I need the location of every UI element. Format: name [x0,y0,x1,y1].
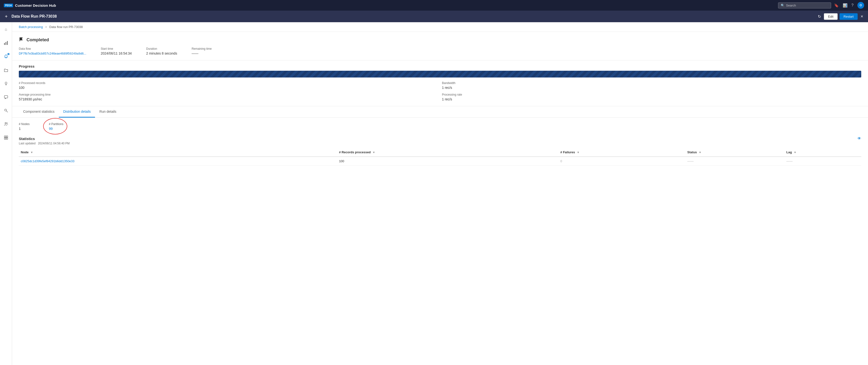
eye-icon[interactable]: 👁 [858,136,861,141]
sort-icon-records[interactable]: ▼ [373,151,375,154]
svg-rect-2 [7,41,8,45]
column-node: Node ▼ [19,148,337,157]
status-meta: Data flow DF7fb7e3ba83cb857c246eae4689f5… [19,47,861,55]
breadcrumb-current: Data flow run PR-73038 [50,25,83,29]
flag-icon [19,37,24,43]
column-failures: # Failures ▼ [558,148,685,157]
duration-label: Duration [146,47,177,51]
sort-icon-failures[interactable]: ▼ [577,151,579,154]
sort-icon-status[interactable]: ▼ [699,151,702,154]
progress-bar-container [19,71,861,78]
cell-lag: —— [784,157,861,166]
data-flow-value: DF7fb7e3ba83cb857c246eae4689f59249a9d6..… [19,51,86,55]
bookmark-icon[interactable]: 🔖 [834,3,839,8]
sidebar-item-search-person[interactable] [2,106,10,115]
table-row: c0825dc1d39fe5ef84291b6dd1350e33 100 0 —… [19,157,861,166]
avg-time-label: Average processing time [19,93,438,96]
main-layout: ⌂ 1 Batch processing > [0,22,868,365]
bandwidth-label: Bandwidth [442,81,861,85]
tab-distribution-details[interactable]: Distribution details [59,106,95,118]
pega-logo: PEGA [4,4,13,7]
svg-point-11 [5,123,6,124]
nodes-item: # Nodes 1 [19,122,30,131]
remaining-value: —— [192,51,212,55]
processing-rate-label: Processing rate [442,93,861,96]
svg-point-12 [6,123,7,123]
statistics-title: Statistics [19,137,35,141]
duration-meta: Duration 2 minutes 8 seconds [146,47,177,55]
cell-records: 100 [337,157,558,166]
sidebar: ⌂ 1 [0,22,12,365]
refresh-button[interactable]: ↻ [817,13,822,20]
svg-point-4 [5,58,6,58]
edit-button[interactable]: Edit [824,13,837,20]
close-button[interactable]: × [861,14,863,19]
sidebar-item-bulb[interactable] [2,79,10,88]
add-button[interactable]: + [5,14,8,19]
start-time-value: 2024/06/11 16:54:34 [101,51,132,55]
nodes-label: # Nodes [19,122,30,126]
sidebar-item-alert[interactable]: 1 [2,52,10,61]
breadcrumb-parent[interactable]: Batch processing [19,25,43,29]
column-lag: Lag ▼ [784,148,861,157]
search-box[interactable]: 🔍 [778,2,831,8]
top-nav-icons: 🔖 📊 ? O [834,2,864,9]
help-icon[interactable]: ? [851,3,854,7]
tab-component-statistics[interactable]: Component statistics [19,106,59,118]
sidebar-item-grid[interactable] [2,133,10,142]
status-header: Completed [19,37,861,43]
processed-label: # Processed records [19,81,438,85]
brand: PEGA Customer Decision Hub [4,3,56,7]
sidebar-item-people[interactable] [2,120,10,129]
sidebar-item-chat[interactable] [2,93,10,102]
partitions-value: 99 [49,127,63,131]
partition-circle-annotation [43,118,67,135]
breadcrumb: Batch processing > Data flow run PR-7303… [12,22,868,32]
column-status: Status ▼ [685,148,784,157]
user-avatar[interactable]: O [858,2,864,9]
barometer-icon[interactable]: 📊 [843,3,847,8]
sort-icon-node[interactable]: ▼ [30,151,33,154]
processing-rate-value: 1 rec/s [442,97,861,101]
progress-title: Progress [19,64,861,68]
data-flow-link[interactable]: DF7fb7e3ba83cb857c246eae4689f59249a9d6..… [19,52,86,55]
avg-time-stat: Average processing time 5718930 μs/rec [19,93,438,101]
alert-badge: 1 [7,53,9,55]
data-flow-label: Data flow [19,47,86,51]
column-records-processed: # Records processed ▼ [337,148,558,157]
svg-rect-16 [6,138,8,139]
processing-rate-stat: Processing rate 1 rec/s [442,93,861,101]
avg-time-value: 5718930 μs/rec [19,97,438,101]
page-title: Data Flow Run PR-73038 [11,14,814,19]
svg-rect-15 [4,138,6,139]
svg-point-5 [5,82,7,84]
processed-value: 100 [19,86,438,89]
remaining-meta: Remaining time —— [192,47,212,55]
nodes-partitions: # Nodes 1 # Partitions 99 [19,122,861,131]
last-updated-label: Last updated [19,142,35,145]
top-nav: PEGA Customer Decision Hub 🔍 🔖 📊 ? O [0,0,868,10]
cell-node: c0825dc1d39fe5ef84291b6dd1350e33 [19,157,337,166]
search-input[interactable] [786,4,829,7]
page-header: + Data Flow Run PR-73038 ↻ Edit Restart … [0,10,868,22]
processed-records-stat: # Processed records 100 [19,81,438,89]
statistics-table: Node ▼ # Records processed ▼ # Failures … [19,148,861,166]
breadcrumb-separator: > [45,25,47,29]
sort-icon-lag[interactable]: ▼ [794,151,796,154]
stats-header: Statistics 👁 [19,136,861,141]
start-time-meta: Start time 2024/06/11 16:54:34 [101,47,132,55]
restart-button[interactable]: Restart [840,13,858,20]
svg-point-9 [5,109,6,111]
sidebar-item-chart[interactable] [2,38,10,47]
last-updated-value: 2024/06/11 04:56:40 PM [38,142,69,145]
tab-run-details[interactable]: Run details [95,106,121,118]
sidebar-item-home[interactable]: ⌂ [2,25,10,34]
tabs-section: Component statistics Distribution detail… [12,106,868,118]
progress-section: Progress # Processed records 100 Average… [12,60,868,106]
partitions-label: # Partitions [49,122,63,126]
node-link[interactable]: c0825dc1d39fe5ef84291b6dd1350e33 [21,159,74,163]
nodes-value: 1 [19,127,30,131]
duration-value: 2 minutes 8 seconds [146,51,177,55]
svg-rect-0 [4,43,5,45]
sidebar-item-folder[interactable] [2,66,10,74]
